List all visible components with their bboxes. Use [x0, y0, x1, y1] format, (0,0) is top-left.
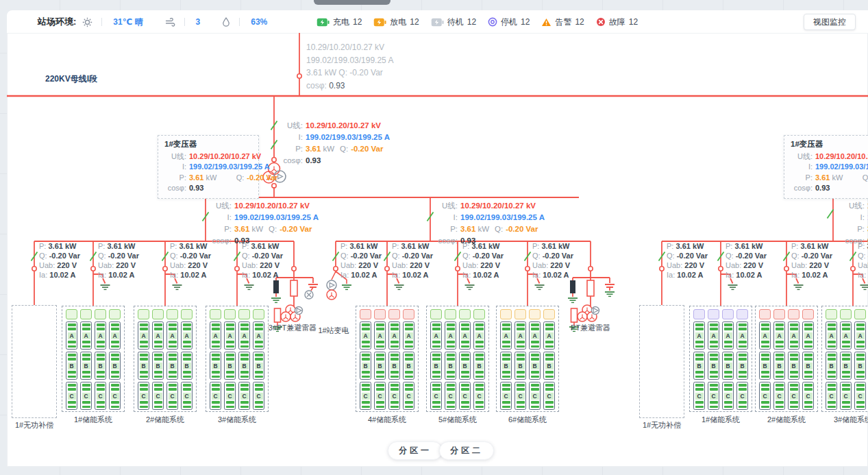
pcs-status-square [388, 309, 400, 319]
battery-cell: A [445, 321, 456, 350]
pcs-status-square [360, 309, 371, 319]
storage-box: AAAABBBBCCCC [356, 306, 419, 412]
transformer-info-box: 1#变压器 U线:10.29/10.20/10.27 kV I:199.02/1… [784, 135, 868, 199]
storage-box: AAAABBBBCCCC [134, 306, 197, 412]
storage-system-group[interactable]: AAAABBBBCCCC1#储能系统 [62, 306, 125, 425]
legend-item-standby[interactable]: 待机12 [431, 16, 476, 28]
comp-left-label: 1#无功补偿 [3, 420, 65, 430]
battery-cell: B [722, 352, 734, 380]
wind-icon [165, 18, 175, 27]
battery-cell: C [459, 382, 471, 410]
battery-cell: B [529, 352, 541, 380]
storage-system-label: 2#储能系统 [134, 415, 197, 425]
pcs-status-square [253, 309, 264, 319]
battery-cell: B [374, 352, 386, 380]
battery-cell: B [840, 352, 852, 380]
battery-cell: C [840, 382, 852, 410]
pcs-status-square [736, 309, 748, 319]
legend-label: 告警 [555, 16, 571, 28]
battery-cell: C [693, 382, 705, 410]
measure-power: P:3.61kWQ:-0.20 Var [433, 223, 545, 235]
pcs-status-square [473, 309, 485, 319]
pcs-status-square [403, 309, 414, 319]
compensation-box[interactable] [639, 305, 684, 418]
battery-cell: A [788, 321, 799, 350]
battery-cell: A [152, 321, 164, 350]
battery-cell: C [514, 382, 526, 410]
storage-system-group[interactable]: AAAABBBBCCCC2#储能系统 [134, 306, 197, 425]
legend-item-shutdown[interactable]: 停机12 [488, 16, 530, 28]
storage-system-label: 6#储能系统 [496, 415, 559, 425]
battery-cell: B [473, 352, 485, 380]
legend-item-alarm[interactable]: 告警12 [541, 16, 584, 28]
pcs-status-square [543, 309, 555, 319]
pcs-status-square [138, 309, 149, 319]
transformer-title: 1#变压器 [791, 139, 868, 150]
view-monitor-button[interactable]: 视图监控 [804, 14, 856, 30]
measure-current: I:199.02/199.03/199.25 A [840, 212, 868, 223]
station-environment: 站场环境: 31℃ 晴 3 63% [38, 10, 267, 34]
pcs-status-square [374, 309, 386, 319]
storage-box: AAAABBBBCCCC [755, 306, 818, 412]
incoming-measurements: 10.29/10.20/10.27 kV 199.02/199.03/199.2… [306, 41, 393, 92]
bus-label: 220KV母线I段 [45, 73, 97, 85]
measurement-block: U线:10.29/10.20/10.27 kV I:199.02/199.03/… [840, 200, 868, 247]
battery-cell: B [788, 352, 799, 380]
storage-box: AAAABBBBCCCC [496, 306, 559, 412]
measure-power: P:3.61kWQ:-0.20 Var [207, 223, 319, 235]
feeder-label: P: 3.61 kW Q: -0.20 Var Uab: 220 V Ia: 1… [39, 241, 80, 280]
measure-power: P:3.61kWQ:-0.20 Var [164, 173, 252, 184]
battery-cell: A [360, 321, 371, 350]
battery-cell: A [708, 321, 719, 350]
pcs-status-square [708, 309, 719, 319]
humidity-icon [222, 17, 230, 27]
divider [101, 18, 102, 26]
battery-cell: A [224, 321, 236, 350]
storage-system-group[interactable]: AAAABBBBCCCC3#储能系统 [821, 306, 868, 425]
battery-cell: A [388, 321, 400, 350]
storage-system-label: 1#储能系统 [62, 415, 125, 425]
battery-cell: A [374, 321, 386, 350]
measurement-block: U线:10.29/10.20/10.27 kV I:199.02/199.03/… [433, 200, 545, 247]
storage-system-group[interactable]: AAAABBBBCCCC4#储能系统 [356, 306, 419, 425]
storage-system-group[interactable]: AAAABBBBCCCC2#储能系统 [755, 306, 818, 425]
battery-cell: C [445, 382, 456, 410]
pcs-status-square [95, 309, 106, 319]
pcs-status-square [66, 309, 77, 319]
zone-two-button[interactable]: 分区二 [439, 441, 494, 460]
battery-cell: C [473, 382, 485, 410]
storage-system-group[interactable]: AAAABBBBCCCC1#储能系统 [689, 306, 752, 425]
storage-box: AAAABBBBCCCC [821, 306, 868, 412]
pcs-status-square [430, 309, 442, 319]
pcs-status-square [773, 309, 785, 319]
legend-item-fault[interactable]: 故障12 [596, 16, 638, 28]
legend-label: 充电 [333, 16, 349, 28]
legend-item-discharge[interactable]: 放电12 [373, 16, 419, 28]
battery-cell: A [543, 321, 555, 350]
battery-cell: A [166, 321, 178, 350]
storage-system-group[interactable]: AAAABBBBCCCC5#储能系统 [426, 306, 489, 425]
comp-right-label: 1#无功补偿 [631, 420, 693, 430]
compensation-box[interactable] [12, 305, 57, 418]
divider [239, 18, 240, 26]
battery-cell: B [80, 352, 92, 380]
legend-label: 待机 [447, 16, 464, 28]
battery-cell: B [224, 352, 236, 380]
storage-system-label: 3#储能系统 [206, 415, 269, 425]
battery-cell: A [95, 321, 106, 350]
pcs-status-square [181, 309, 193, 319]
storage-system-group[interactable]: AAAABBBBCCCC6#储能系统 [496, 306, 559, 425]
battery-cell: B [238, 352, 250, 380]
zone-one-button[interactable]: 分区一 [388, 441, 443, 460]
sun-icon [82, 17, 92, 27]
feeder-label: P: 3.61 kW Q: -0.20 Var Uab: 220 V Ia: 1… [791, 241, 832, 280]
legend-item-charge[interactable]: 充电12 [317, 16, 362, 28]
measure-power: P:3.61kWQ:-0.20 Var [278, 143, 390, 155]
measure-power: P:3.61kWQ:-0.20 Var [791, 173, 868, 184]
battery-cell: A [80, 321, 92, 350]
storage-system-label: 4#储能系统 [356, 415, 419, 425]
battery-cell: A [529, 321, 541, 350]
measure-power: 3.61 kW Q: -0.20 Var [306, 66, 393, 80]
divider [184, 18, 185, 26]
temperature-value: 31℃ 晴 [113, 16, 142, 28]
